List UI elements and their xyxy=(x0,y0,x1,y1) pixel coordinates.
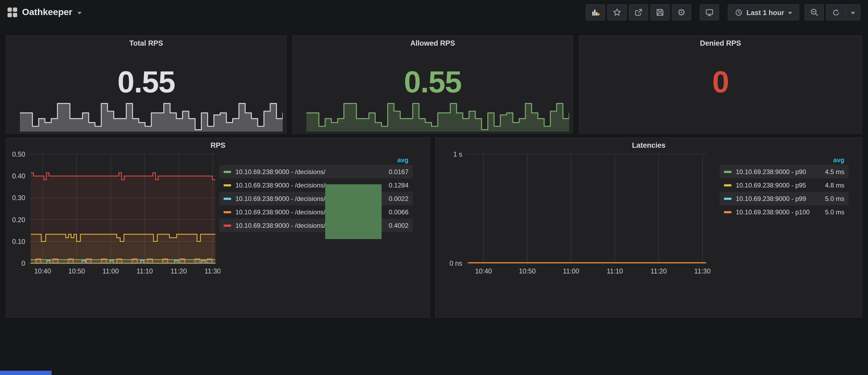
add-panel-icon xyxy=(591,8,600,17)
x-tick-label: 10:40 xyxy=(34,267,51,275)
y-tick-label: 0.50 xyxy=(12,150,25,158)
legend-row[interactable]: 10.10.69.238:9000 - /decisions/ 0.1284 xyxy=(219,178,413,192)
x-tick-label: 10:50 xyxy=(68,267,85,275)
rps-chart-plot[interactable]: 10:4010:5011:0011:1011:2011:3000.100.200… xyxy=(11,150,220,279)
panel-title-total-rps[interactable]: Total RPS xyxy=(6,39,286,47)
cycle-view-mode-button[interactable] xyxy=(700,4,719,21)
series-color-swatch xyxy=(724,211,732,213)
time-range-chevron-icon xyxy=(788,12,792,14)
series-color-swatch xyxy=(724,184,732,186)
refresh-icon xyxy=(832,8,840,17)
legend-avg-header[interactable]: avg xyxy=(398,156,408,165)
series-avg-value: 0.0167 xyxy=(380,168,408,176)
x-tick-label: 11:20 xyxy=(650,267,667,275)
x-tick-label: 10:40 xyxy=(475,267,492,275)
save-icon xyxy=(656,8,664,17)
stat-value-allowed-rps: 0.55 xyxy=(293,67,572,97)
y-tick-label: 0 xyxy=(22,259,25,267)
gear-icon: ⚙ xyxy=(678,8,686,17)
series-avg-value: 5.0 ms xyxy=(816,208,844,216)
dashboard-toolbar: ⚙ Last 1 hour xyxy=(584,4,861,21)
dashboard-title[interactable]: Oathkeeper xyxy=(22,7,72,18)
legend-row[interactable]: 10.10.69.238:9000 - /decisions/ 0.0167 xyxy=(219,165,413,178)
monitor-icon xyxy=(705,8,714,17)
series-avg-value: 0.0022 xyxy=(380,195,408,202)
latencies-chart-plot[interactable]: 10:4010:5011:0011:1011:2011:300 ns1 s xyxy=(440,150,725,279)
legend-row[interactable]: 10.10.69.238:9000 - /decisions/ 0.0066 xyxy=(219,205,413,219)
panel-title-rps[interactable]: RPS xyxy=(6,141,429,149)
x-tick-label: 11:10 xyxy=(607,267,623,275)
y-tick-label: 1 s xyxy=(453,150,462,158)
y-tick-label: 0.10 xyxy=(12,238,25,245)
y-tick-label: 0.20 xyxy=(12,216,25,223)
refresh-split-button xyxy=(826,4,861,21)
bottom-left-accent-bar xyxy=(0,371,52,375)
series-color-swatch xyxy=(724,197,732,199)
x-tick-label: 11:30 xyxy=(694,267,711,275)
series-label: 10.10.69.238:9000 - p90 xyxy=(736,168,816,176)
panel-title-latencies[interactable]: Latencies xyxy=(436,141,862,149)
y-tick-label: 0.40 xyxy=(12,172,25,180)
panel-title-allowed-rps[interactable]: Allowed RPS xyxy=(293,39,572,47)
panel-total-rps: Total RPS 0.55 xyxy=(6,35,286,134)
dashboard-brand: Oathkeeper xyxy=(7,7,82,18)
series-color-swatch xyxy=(224,211,231,213)
zoom-out-icon xyxy=(810,8,818,17)
dashboard-chevron-down-icon[interactable] xyxy=(77,12,82,14)
save-button[interactable] xyxy=(650,4,670,21)
legend-row[interactable]: 10.10.69.238:9000 - p90 4.5 ms xyxy=(720,165,849,178)
star-button[interactable] xyxy=(607,4,627,21)
stat-value-denied-rps: 0 xyxy=(579,67,862,97)
series-color-swatch xyxy=(724,170,732,173)
series-avg-value: 5.0 ms xyxy=(816,195,844,202)
allowed-rps-sparkline xyxy=(306,101,569,132)
series-avg-value: 4.5 ms xyxy=(816,168,844,176)
refresh-interval-dropdown[interactable] xyxy=(845,5,860,20)
dashboard-grid-icon[interactable] xyxy=(7,7,17,17)
panel-latencies-chart: Latencies 10:4010:5011:0011:1011:2011:30… xyxy=(435,137,862,317)
time-range-picker[interactable]: Last 1 hour xyxy=(728,4,799,21)
navbar: Oathkeeper xyxy=(0,0,868,25)
total-rps-sparkline xyxy=(20,101,283,132)
series-avg-value: 0.1284 xyxy=(380,181,408,189)
zoom-out-button[interactable] xyxy=(805,4,824,21)
series-color-swatch xyxy=(224,184,231,186)
clock-icon xyxy=(735,8,743,17)
legend-row[interactable]: 10.10.69.238:9000 - p99 5.0 ms xyxy=(720,192,849,205)
share-button[interactable] xyxy=(629,4,648,21)
legend-row[interactable]: 10.10.69.238:9000 - p95 4.8 ms xyxy=(720,178,849,192)
grafana-dashboard: Oathkeeper xyxy=(0,0,868,375)
legend-avg-header[interactable]: avg xyxy=(833,156,844,165)
legend-redaction-overlay xyxy=(325,184,381,239)
series-label: 10.10.69.238:9000 - p99 xyxy=(736,195,816,202)
star-icon xyxy=(613,8,621,17)
refresh-button[interactable] xyxy=(827,5,845,20)
panel-rps-chart: RPS 10:4010:5011:0011:1011:2011:3000.100… xyxy=(6,137,430,317)
share-icon xyxy=(634,8,643,17)
legend-header-row: avg xyxy=(219,156,413,165)
x-tick-label: 11:20 xyxy=(170,267,187,275)
panel-allowed-rps: Allowed RPS 0.55 xyxy=(292,35,573,134)
series-color-swatch xyxy=(224,224,231,226)
panel-title-denied-rps[interactable]: Denied RPS xyxy=(579,39,862,47)
series-avg-value: 0.4002 xyxy=(380,222,408,229)
y-tick-label: 0.30 xyxy=(12,194,25,201)
series-color-swatch xyxy=(224,170,231,173)
legend-header-row: avg xyxy=(720,156,849,165)
x-tick-label: 11:30 xyxy=(205,267,220,275)
series-avg-value: 0.0066 xyxy=(380,208,408,216)
add-panel-button[interactable] xyxy=(586,4,605,21)
series-color-swatch xyxy=(224,197,231,199)
panel-denied-rps: Denied RPS 0 xyxy=(579,35,862,134)
legend-row[interactable]: 10.10.69.238:9000 - /decisions/ 0.0022 xyxy=(219,192,413,205)
series-label: 10.10.69.238:9000 - p95 xyxy=(736,181,816,189)
latencies-legend: avg 10.10.69.238:9000 - p90 4.5 ms 10.10… xyxy=(720,156,849,219)
legend-row[interactable]: 10.10.69.238:9000 - p100 5.0 ms xyxy=(720,205,849,219)
series-label: 10.10.69.238:9000 - /decisions/ xyxy=(236,168,380,176)
legend-row[interactable]: 10.10.69.238:9000 - /decisions/ 0.4002 xyxy=(219,219,413,232)
x-tick-label: 11:00 xyxy=(563,267,579,275)
refresh-chevron-icon xyxy=(851,12,855,14)
x-tick-label: 11:10 xyxy=(136,267,153,275)
stat-value-total-rps: 0.55 xyxy=(6,67,286,97)
settings-button[interactable]: ⚙ xyxy=(672,4,691,21)
